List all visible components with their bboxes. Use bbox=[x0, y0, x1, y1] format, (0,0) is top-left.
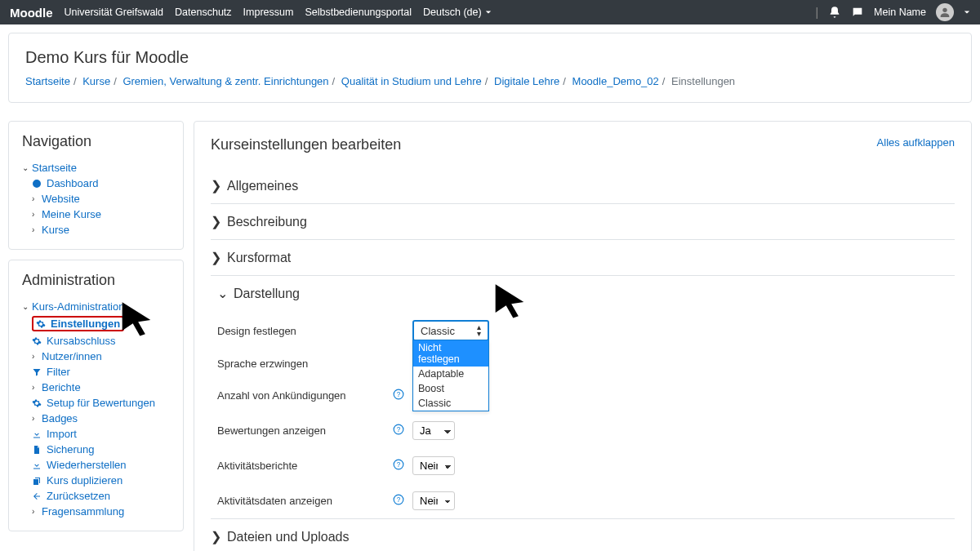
announce-label: Anzahl von Ankündigungen bbox=[217, 389, 393, 402]
nav-item-kurse[interactable]: ›Kurse bbox=[22, 222, 170, 238]
page-title: Demo Kurs für Moodle bbox=[25, 48, 955, 67]
topbar-link-impressum[interactable]: Impressum bbox=[243, 7, 294, 18]
chat-icon[interactable] bbox=[851, 6, 864, 19]
gear-icon bbox=[32, 398, 43, 408]
help-icon[interactable]: ? bbox=[393, 389, 412, 402]
crumb-1[interactable]: Kurse bbox=[82, 75, 110, 87]
filter-icon bbox=[32, 367, 43, 377]
crumb-4[interactable]: Digitale Lehre bbox=[494, 75, 559, 87]
admin-block-title: Administration bbox=[22, 272, 170, 289]
admin-item-wiederherstellen[interactable]: Wiederherstellen bbox=[22, 457, 170, 473]
bell-icon[interactable] bbox=[828, 6, 841, 19]
admin-item-berichte[interactable]: ›Berichte bbox=[22, 380, 170, 395]
help-icon[interactable]: ? bbox=[393, 459, 412, 473]
topbar-link-sbs[interactable]: Selbstbedienungsportal bbox=[305, 7, 412, 18]
chevron-down-icon[interactable] bbox=[964, 9, 970, 16]
theme-label: Design festlegen bbox=[217, 325, 393, 337]
admin-item-fragen[interactable]: ›Fragensammlung bbox=[22, 504, 170, 519]
admin-block: Administration ⌄Kurs-Administration Eins… bbox=[8, 260, 184, 531]
admin-item-einstellungen[interactable]: Einstellungen bbox=[22, 314, 170, 333]
row-activity-dates: Aktivitätsdaten anzeigen ? Nein bbox=[211, 483, 955, 518]
username[interactable]: Mein Name bbox=[874, 7, 926, 18]
svg-point-0 bbox=[942, 8, 947, 12]
theme-option-adaptable[interactable]: Adaptable bbox=[413, 367, 488, 381]
activity-reports-label: Aktivitätsberichte bbox=[217, 460, 393, 472]
theme-dropdown: Nicht festlegen Adaptable Boost Classic bbox=[412, 340, 489, 411]
admin-item-badges[interactable]: ›Badges bbox=[22, 411, 170, 426]
settings-form: Alles aufklappen Kurseinstellungen bearb… bbox=[194, 121, 972, 551]
topbar-link-privacy[interactable]: Datenschutz bbox=[175, 7, 231, 18]
breadcrumb: Startseite/ Kurse/ Gremien, Verwaltung &… bbox=[25, 75, 955, 87]
admin-item-reset[interactable]: Zurücksetzen bbox=[22, 488, 170, 504]
file-icon bbox=[32, 445, 43, 455]
topbar: Moodle Universität Greifswald Datenschut… bbox=[0, 0, 980, 24]
admin-item-import[interactable]: Import bbox=[22, 426, 170, 442]
avatar[interactable] bbox=[936, 3, 954, 21]
gear-icon bbox=[32, 336, 43, 346]
brand[interactable]: Moodle bbox=[10, 6, 53, 20]
topbar-link-uni[interactable]: Universität Greifswald bbox=[65, 7, 164, 18]
nav-item-startseite[interactable]: ⌄Startseite bbox=[22, 160, 170, 176]
theme-option-boost[interactable]: Boost bbox=[413, 381, 488, 396]
section-general[interactable]: ❯ Allgemeines bbox=[211, 168, 955, 204]
import-icon bbox=[32, 429, 43, 439]
chevron-right-icon: ❯ bbox=[211, 214, 219, 229]
admin-item-setup[interactable]: Setup für Bewertungen bbox=[22, 395, 170, 411]
form-title: Kurseinstellungen bearbeiten bbox=[211, 136, 955, 153]
crumb-3[interactable]: Qualität in Studium und Lehre bbox=[341, 75, 482, 87]
row-announcements: Anzahl von Ankündigungen ? 5 bbox=[211, 378, 955, 413]
theme-option-classic[interactable]: Classic bbox=[413, 396, 488, 411]
admin-item-kursabschluss[interactable]: Kursabschluss bbox=[22, 333, 170, 349]
crumb-5[interactable]: Moodle_Demo_02 bbox=[572, 75, 659, 87]
chevron-right-icon: ❯ bbox=[211, 178, 219, 193]
activity-dates-label: Aktivitätsdaten anzeigen bbox=[217, 495, 393, 507]
activity-dates-select[interactable]: Nein bbox=[412, 491, 455, 510]
svg-text:?: ? bbox=[397, 461, 401, 469]
restore-icon bbox=[32, 460, 43, 470]
chevron-down-icon: ⌄ bbox=[217, 286, 225, 301]
grades-label: Bewertungen anzeigen bbox=[217, 424, 393, 437]
svg-text:?: ? bbox=[397, 391, 401, 398]
nav-item-meinekurse[interactable]: ›Meine Kurse bbox=[22, 207, 170, 222]
section-appearance[interactable]: ⌄ Darstellung bbox=[211, 276, 955, 312]
grades-select[interactable]: Ja bbox=[412, 421, 455, 440]
separator: | bbox=[815, 6, 818, 19]
admin-item-nutzer[interactable]: ›Nutzer/innen bbox=[22, 349, 170, 364]
svg-text:?: ? bbox=[397, 426, 401, 433]
gear-icon bbox=[36, 319, 47, 329]
copy-icon bbox=[32, 476, 43, 486]
svg-text:?: ? bbox=[397, 496, 401, 504]
row-activity-reports: Aktivitätsberichte ? Nein bbox=[211, 448, 955, 483]
chevron-down-icon bbox=[485, 9, 492, 16]
help-icon[interactable]: ? bbox=[393, 424, 412, 438]
admin-item-sicherung[interactable]: Sicherung bbox=[22, 442, 170, 457]
nav-item-dashboard[interactable]: Dashboard bbox=[22, 176, 170, 191]
chevron-right-icon: ❯ bbox=[211, 250, 219, 265]
activity-reports-select[interactable]: Nein bbox=[412, 456, 455, 475]
back-icon bbox=[32, 491, 43, 501]
admin-item-filter[interactable]: Filter bbox=[22, 364, 170, 380]
crumb-current: Einstellungen bbox=[671, 75, 735, 87]
section-description[interactable]: ❯ Beschreibung bbox=[211, 204, 955, 240]
theme-select[interactable]: Classic ▴▾ bbox=[412, 320, 489, 341]
theme-option-none[interactable]: Nicht festlegen bbox=[413, 340, 488, 367]
chevron-right-icon: ❯ bbox=[211, 529, 219, 544]
lang-label: Sprache erzwingen bbox=[217, 358, 393, 370]
expand-all-link[interactable]: Alles aufklappen bbox=[877, 136, 955, 149]
dashboard-icon bbox=[32, 179, 43, 189]
nav-block-title: Navigation bbox=[22, 133, 170, 150]
language-selector[interactable]: Deutsch (de) bbox=[423, 7, 492, 18]
navigation-block: Navigation ⌄Startseite Dashboard ›Websit… bbox=[8, 121, 184, 250]
admin-item-duplizieren[interactable]: Kurs duplizieren bbox=[22, 473, 170, 488]
section-format[interactable]: ❯ Kursformat bbox=[211, 240, 955, 276]
row-grades: Bewertungen anzeigen ? Ja bbox=[211, 413, 955, 448]
admin-root[interactable]: ⌄Kurs-Administration bbox=[22, 299, 170, 314]
row-lang: Sprache erzwingen bbox=[211, 349, 955, 378]
help-icon[interactable]: ? bbox=[393, 494, 412, 508]
crumb-0[interactable]: Startseite bbox=[25, 75, 70, 87]
nav-item-website[interactable]: ›Website bbox=[22, 191, 170, 207]
section-files[interactable]: ❯ Dateien und Uploads bbox=[211, 519, 955, 551]
row-theme: Design festlegen Classic ▴▾ Nicht festle… bbox=[211, 312, 955, 349]
crumb-2[interactable]: Gremien, Verwaltung & zentr. Einrichtung… bbox=[122, 75, 328, 87]
page-header: Demo Kurs für Moodle Startseite/ Kurse/ … bbox=[8, 33, 972, 103]
